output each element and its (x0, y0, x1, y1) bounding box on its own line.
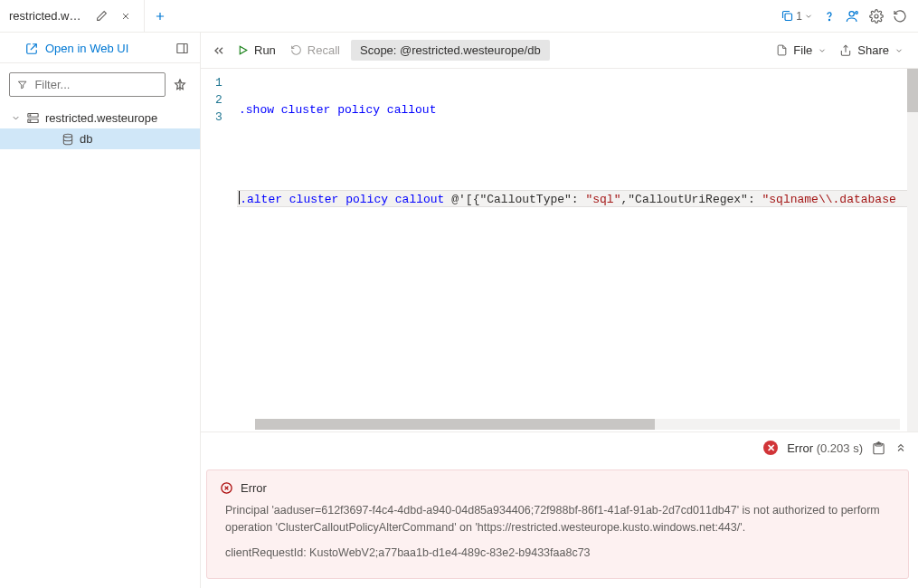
copy-count: 1 (796, 10, 802, 23)
scope-label: Scope: (360, 43, 396, 57)
close-icon[interactable] (117, 7, 135, 25)
scrollbar-thumb[interactable] (255, 419, 655, 430)
tree-cluster-node[interactable]: restricted.westeurope (0, 108, 200, 128)
error-panel-header: Error (220, 481, 895, 495)
share-menu[interactable]: Share (836, 40, 907, 61)
collapse-panel-icon[interactable] (894, 441, 907, 454)
run-label: Run (254, 43, 276, 57)
results-header: ✕ Error (0.203 s) (201, 432, 918, 464)
horizontal-scrollbar[interactable] (255, 419, 900, 430)
open-in-web-button[interactable]: Open in Web UI (9, 42, 128, 55)
scrollbar-thumb[interactable] (907, 69, 918, 112)
error-status-icon: ✕ (763, 441, 778, 455)
tree-db-node[interactable]: db (0, 128, 200, 149)
file-label: File (793, 43, 812, 57)
status-label: Error (0.203 s) (787, 441, 863, 455)
code-area[interactable]: .show cluster policy callout .alter clus… (237, 69, 918, 432)
favorite-icon[interactable] (173, 78, 191, 92)
feedback-icon[interactable] (846, 9, 860, 24)
run-button[interactable]: Run (233, 40, 279, 61)
tree-cluster-label: restricted.westeurope (45, 111, 157, 125)
error-request-id: clientRequestId: KustoWebV2;a77baa1b-d1e… (225, 545, 895, 562)
undo-icon[interactable] (893, 9, 907, 24)
line-number: 2 (201, 91, 237, 109)
filter-input[interactable] (34, 78, 157, 91)
recall-label: Recall (308, 43, 340, 57)
filter-input-box[interactable] (9, 72, 166, 97)
svg-rect-5 (177, 44, 187, 53)
database-icon (62, 133, 74, 146)
scope-value: @restricted.westeurope/db (400, 43, 541, 57)
svg-point-2 (849, 11, 854, 15)
svg-point-8 (30, 115, 31, 116)
svg-point-9 (30, 120, 31, 121)
error-message-line: Principal 'aaduser=612f3697-f4c4-4dbd-a9… (225, 502, 895, 536)
svg-point-1 (828, 19, 829, 20)
help-icon[interactable] (822, 9, 837, 24)
svg-rect-0 (785, 14, 792, 21)
add-tab-button[interactable] (145, 10, 175, 23)
panel-toggle-icon[interactable] (175, 42, 189, 55)
sidebar-top: Open in Web UI (0, 33, 200, 63)
filter-icon (17, 79, 27, 90)
svg-point-10 (63, 134, 71, 138)
recall-button[interactable]: Recall (287, 40, 344, 61)
header-right-tools: 1 (781, 9, 918, 24)
main-column: Run Recall Scope: @restricted.westeurope… (201, 33, 918, 588)
tree-db-label: db (80, 132, 92, 146)
vertical-scrollbar[interactable] (907, 69, 918, 432)
tab-item[interactable]: restricted.westeur... (0, 0, 145, 32)
error-title: Error (241, 481, 267, 495)
scope-indicator[interactable]: Scope: @restricted.westeurope/db (351, 40, 550, 61)
pencil-icon[interactable] (92, 6, 111, 25)
open-in-web-label: Open in Web UI (45, 42, 128, 55)
file-menu[interactable]: File (772, 40, 830, 61)
app-root: restricted.westeur... 1 (0, 0, 918, 588)
line-number: 1 (201, 74, 237, 91)
filter-row (0, 63, 200, 106)
error-panel: Error Principal 'aaduser=612f3697-f4c4-4… (206, 469, 909, 579)
code-editor[interactable]: 1 2 3 .show cluster policy callout .alte… (201, 69, 918, 432)
connection-tree: restricted.westeurope db (0, 106, 200, 151)
line-number: 3 (201, 109, 237, 126)
svg-point-3 (856, 11, 858, 14)
settings-icon[interactable] (869, 9, 884, 24)
line-gutter: 1 2 3 (201, 69, 237, 432)
tab-bar: restricted.westeur... 1 (0, 0, 918, 33)
error-circle-icon (220, 481, 233, 495)
error-message: Principal 'aaduser=612f3697-f4c4-4dbd-a9… (220, 502, 895, 562)
svg-point-4 (875, 14, 878, 18)
copy-dropdown[interactable]: 1 (781, 9, 813, 23)
chevrons-left-icon[interactable] (212, 43, 226, 58)
share-label: Share (857, 43, 889, 57)
editor-toolbar: Run Recall Scope: @restricted.westeurope… (201, 33, 918, 69)
tab-label: restricted.westeur... (9, 9, 87, 23)
code-line (237, 146, 918, 163)
code-line: .show cluster policy callout (237, 101, 918, 119)
code-line-current: .alter cluster policy callout @'[{"Callo… (237, 190, 918, 207)
clipboard-icon[interactable] (872, 441, 885, 455)
cluster-icon (26, 111, 40, 125)
chevron-down-icon (11, 113, 21, 123)
sidebar: Open in Web UI restricte (0, 33, 201, 588)
